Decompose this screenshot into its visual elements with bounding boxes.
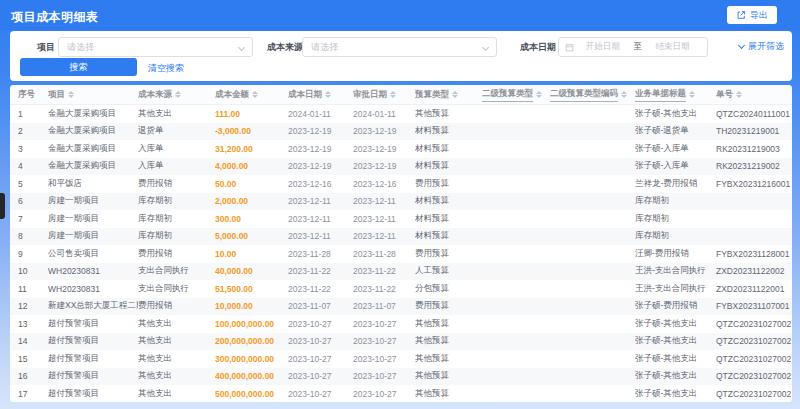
cell-doc-no: FYBX20231107001 — [716, 301, 792, 311]
cell-project: 房建一期项目 — [48, 230, 138, 242]
cell-budget-type: 人工预算 — [415, 265, 482, 277]
cell-cost-date: 2023-10-27 — [288, 354, 353, 364]
export-button[interactable]: 导出 — [727, 6, 777, 24]
table-row[interactable]: 7 房建一期项目 库存期初 300.00 2023-12-11 2023-12-… — [10, 210, 792, 228]
cell-cost-date: 2023-12-19 — [288, 126, 353, 136]
cell-cost-date: 2023-12-19 — [288, 144, 353, 154]
table-body: 1 金融大厦采购项目 其他支出 111.00 2024-01-11 2024-0… — [10, 105, 792, 402]
table-row[interactable]: 11 WH20230831 支出合同执行 51,500.00 2023-11-2… — [10, 280, 792, 298]
drawer-handle[interactable] — [0, 193, 5, 219]
column-header[interactable]: 成本来源 — [138, 89, 215, 101]
cell-audit-date: 2023-10-27 — [353, 389, 415, 399]
table-row[interactable]: 13 超付预警项目 其他支出 100,000,000.00 2023-10-27… — [10, 315, 792, 333]
table-row[interactable]: 1 金融大厦采购项目 其他支出 111.00 2024-01-11 2024-0… — [10, 105, 792, 123]
column-header-label: 预算类型 — [415, 89, 449, 101]
clear-search-link[interactable]: 清空搜索 — [148, 62, 184, 75]
sort-carets-icon[interactable] — [252, 91, 258, 98]
filter-panel: 项目 请选择 成本来源 请选择 成本日期 开始日期 至 结束日期 展开筛选 搜索… — [10, 31, 792, 81]
table-row[interactable]: 10 WH20230831 支出合同执行 40,000.00 2023-11-2… — [10, 263, 792, 281]
sort-carets-icon[interactable] — [621, 91, 627, 98]
chevron-down-icon — [482, 43, 489, 50]
sort-carets-icon[interactable] — [390, 91, 396, 98]
sort-carets-icon[interactable] — [536, 91, 542, 98]
table-header-row: 序号 项目 成本来源 成本金额 成本日期 审批日期 预算类型 二级预算类型 二级… — [10, 85, 792, 105]
cell-amount: 300.00 — [215, 214, 288, 224]
sort-carets-icon[interactable] — [736, 91, 742, 98]
table-row[interactable]: 9 公司售卖项目 费用报销 10.00 2023-11-28 2023-11-2… — [10, 245, 792, 263]
cell-project: 金融大厦采购项目 — [48, 143, 138, 155]
table-row[interactable]: 8 房建一期项目 库存期初 5,000.00 2023-12-11 2023-1… — [10, 228, 792, 246]
table-row[interactable]: 5 和平饭店 费用报销 50.00 2023-12-16 2023-12-16 … — [10, 175, 792, 193]
cell-amount: -3,000.00 — [215, 126, 288, 136]
column-header[interactable]: 二级预算类型 — [482, 88, 550, 102]
cell-budget-type: 其他预算 — [415, 108, 482, 120]
cell-doc-no: RK20231219002 — [716, 161, 792, 171]
cell-amount: 111.00 — [215, 109, 288, 119]
cell-audit-date: 2023-12-19 — [353, 161, 415, 171]
cell-doc-no: QTZC20231027002 — [716, 319, 792, 329]
sort-carets-icon[interactable] — [68, 91, 74, 98]
column-header[interactable]: 项目 — [48, 89, 138, 101]
chevron-down-icon — [738, 42, 745, 49]
cell-no: 9 — [18, 249, 48, 259]
column-header[interactable]: 成本金额 — [215, 89, 288, 101]
cell-cost-date: 2023-12-11 — [288, 214, 353, 224]
cost-date-range-input[interactable]: 开始日期 至 结束日期 — [558, 37, 708, 57]
project-select[interactable]: 请选择 — [58, 37, 253, 57]
cell-source: 退货单 — [138, 125, 215, 137]
cell-budget-type: 材料预算 — [415, 195, 482, 207]
export-button-label: 导出 — [750, 9, 768, 22]
sort-carets-icon[interactable] — [175, 91, 181, 98]
column-header[interactable]: 预算类型 — [415, 89, 482, 101]
cost-source-filter-label: 成本来源 — [267, 41, 303, 53]
cell-project: 超付预警项目 — [48, 335, 138, 347]
cell-project: 超付预警项目 — [48, 318, 138, 330]
column-header[interactable]: 业务单据标题 — [635, 88, 716, 102]
cell-doc-title: 张子硕-退货单 — [635, 125, 716, 137]
cell-source: 其他支出 — [138, 318, 215, 330]
cell-audit-date: 2023-11-22 — [353, 266, 415, 276]
cell-audit-date: 2024-01-11 — [353, 109, 415, 119]
table-row[interactable]: 16 超付预警项目 其他支出 400,000,000.00 2023-10-27… — [10, 368, 792, 386]
column-header[interactable]: 成本日期 — [288, 89, 353, 101]
cost-source-select[interactable]: 请选择 — [302, 37, 497, 57]
table-row[interactable]: 17 超付预警项目 其他支出 500,000,000.00 2023-10-27… — [10, 385, 792, 402]
end-date-placeholder: 结束日期 — [644, 41, 701, 53]
cell-amount: 50.00 — [215, 179, 288, 189]
cell-doc-no: ZXD20231122002 — [716, 266, 792, 276]
cell-audit-date: 2023-12-11 — [353, 231, 415, 241]
cell-cost-date: 2023-10-27 — [288, 389, 353, 399]
cell-no: 13 — [18, 319, 48, 329]
table-row[interactable]: 14 超付预警项目 其他支出 200,000,000.00 2023-10-27… — [10, 333, 792, 351]
search-button[interactable]: 搜索 — [20, 58, 137, 76]
cell-audit-date: 2023-12-16 — [353, 179, 415, 189]
sort-carets-icon[interactable] — [452, 91, 458, 98]
cell-no: 17 — [18, 389, 48, 399]
cell-source: 入库单 — [138, 160, 215, 172]
cell-project: 金融大厦采购项目 — [48, 160, 138, 172]
table-row[interactable]: 12 新建XX总部大厦工程二期 费用报销 10,000.00 2023-11-0… — [10, 298, 792, 316]
cell-audit-date: 2023-10-27 — [353, 336, 415, 346]
column-header-label: 二级预算类型 — [482, 88, 533, 102]
cell-source: 库存期初 — [138, 230, 215, 242]
column-header[interactable]: 单号 — [716, 89, 792, 101]
sort-carets-icon[interactable] — [325, 91, 331, 98]
column-header-label: 业务单据标题 — [635, 88, 686, 102]
cell-budget-type: 其他预算 — [415, 335, 482, 347]
cost-source-select-placeholder: 请选择 — [311, 41, 338, 54]
cell-doc-title: 库存期初 — [635, 195, 716, 207]
table-row[interactable]: 15 超付预警项目 其他支出 300,000,000.00 2023-10-27… — [10, 350, 792, 368]
table-row[interactable]: 6 房建一期项目 库存期初 2,000.00 2023-12-11 2023-1… — [10, 193, 792, 211]
sort-carets-icon[interactable] — [689, 91, 695, 98]
cell-cost-date: 2024-01-11 — [288, 109, 353, 119]
table-row[interactable]: 2 金融大厦采购项目 退货单 -3,000.00 2023-12-19 2023… — [10, 123, 792, 141]
cell-cost-date: 2023-10-27 — [288, 319, 353, 329]
column-header[interactable]: 二级预算类型编码 — [550, 88, 635, 102]
cell-source: 支出合同执行 — [138, 283, 215, 295]
column-header[interactable]: 审批日期 — [353, 89, 415, 101]
table-row[interactable]: 3 金融大厦采购项目 入库单 31,200.00 2023-12-19 2023… — [10, 140, 792, 158]
cell-amount: 2,000.00 — [215, 196, 288, 206]
expand-filters-link[interactable]: 展开筛选 — [739, 40, 784, 53]
cell-project: 金融大厦采购项目 — [48, 108, 138, 120]
table-row[interactable]: 4 金融大厦采购项目 入库单 4,000.00 2023-12-19 2023-… — [10, 158, 792, 176]
